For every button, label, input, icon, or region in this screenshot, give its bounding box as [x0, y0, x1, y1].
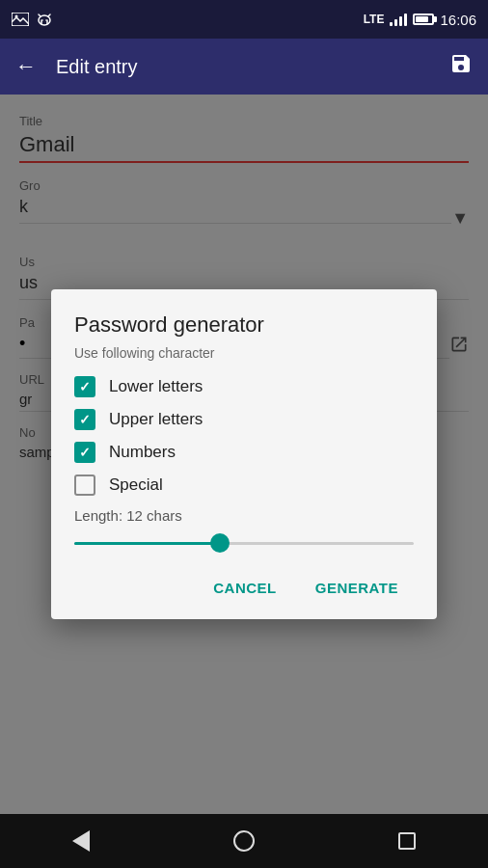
bottom-nav: [0, 814, 488, 868]
time-display: 16:06: [440, 12, 476, 28]
check-icon: ✓: [79, 446, 91, 459]
slider-filled: [74, 542, 220, 545]
lower-letters-checkbox[interactable]: ✓: [74, 376, 95, 397]
battery-icon: [413, 14, 434, 25]
svg-line-5: [39, 14, 41, 16]
numbers-label: Numbers: [109, 443, 176, 462]
home-circle-icon: [233, 830, 255, 852]
svg-line-6: [48, 14, 50, 16]
upper-letters-label: Upper letters: [109, 410, 203, 429]
check-icon: ✓: [79, 380, 91, 393]
nav-home-button[interactable]: [233, 830, 255, 852]
password-generator-dialog: Password generator Use following charact…: [51, 289, 437, 619]
dialog-buttons: CANCEL GENERATE: [74, 572, 414, 604]
slider-thumb[interactable]: [210, 533, 230, 553]
dialog-overlay: Password generator Use following charact…: [0, 95, 488, 814]
status-icons-left: [12, 12, 52, 27]
main-content: Title Gmail Gro k ▼ Us us Pa • URL gr No…: [0, 95, 488, 814]
special-checkbox[interactable]: [74, 475, 95, 496]
signal-icon: [390, 13, 407, 26]
dialog-subtitle: Use following character: [74, 345, 414, 361]
numbers-row: ✓ Numbers: [74, 442, 414, 463]
recent-square-icon: [398, 832, 416, 850]
upper-letters-row: ✓ Upper letters: [74, 409, 414, 430]
nav-recent-button[interactable]: [398, 832, 416, 850]
app-bar-title: Edit entry: [56, 56, 430, 78]
generate-button[interactable]: GENERATE: [300, 572, 414, 604]
special-label: Special: [109, 475, 163, 495]
android-icon: [37, 12, 52, 27]
check-icon: ✓: [79, 413, 91, 426]
cancel-button[interactable]: CANCEL: [198, 572, 292, 604]
gallery-icon: [12, 13, 29, 26]
back-triangle-icon: [72, 830, 90, 852]
dialog-title: Password generator: [74, 312, 414, 338]
app-bar: ← Edit entry: [0, 39, 488, 95]
numbers-checkbox[interactable]: ✓: [74, 442, 95, 463]
save-icon: [449, 52, 473, 75]
special-row: Special: [74, 475, 414, 496]
lower-letters-row: ✓ Lower letters: [74, 376, 414, 397]
length-label: Length: 12 chars: [74, 507, 414, 524]
lower-letters-label: Lower letters: [109, 377, 203, 396]
svg-point-8: [45, 19, 47, 21]
nav-back-button[interactable]: [72, 830, 90, 852]
status-icons-right: LTE 16:06: [364, 12, 476, 28]
length-slider[interactable]: [74, 533, 414, 553]
back-button[interactable]: ←: [15, 54, 37, 79]
upper-letters-checkbox[interactable]: ✓: [74, 409, 95, 430]
status-bar: LTE 16:06: [0, 0, 488, 39]
svg-point-7: [41, 19, 43, 21]
save-button[interactable]: [449, 52, 473, 81]
lte-label: LTE: [364, 13, 385, 26]
